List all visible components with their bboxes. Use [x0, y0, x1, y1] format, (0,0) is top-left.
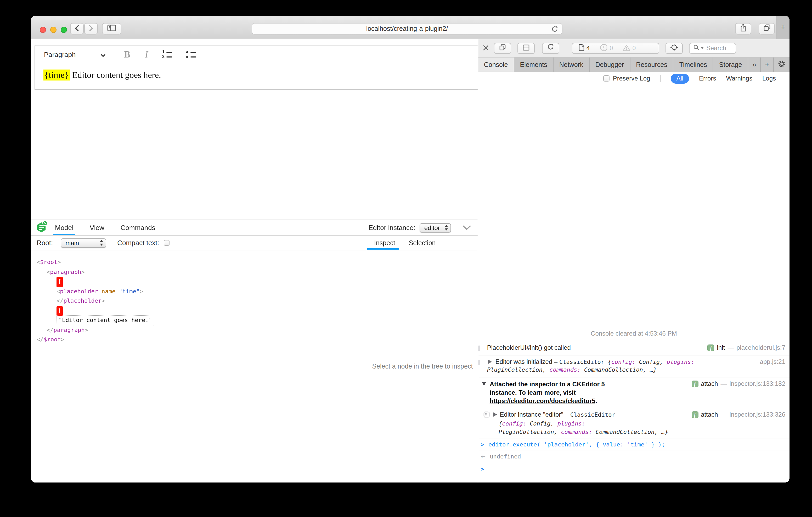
- object-preview: {config: Config, plugins:: [499, 420, 785, 428]
- chevron-down-icon: [100, 51, 106, 59]
- tree-node-root-open[interactable]: <$root>: [31, 258, 367, 267]
- tree-text-node[interactable]: "Editor content goes here.": [31, 316, 367, 326]
- empty-state-message: Select a node in the tree to inspect: [372, 363, 473, 370]
- editor-instance-label: Editor instance:: [369, 224, 415, 232]
- tab-console[interactable]: Console: [478, 58, 514, 71]
- reload-page-button[interactable]: [542, 42, 559, 54]
- gear-icon: [778, 60, 785, 69]
- share-button[interactable]: [735, 23, 751, 34]
- detach-devtools-button[interactable]: [494, 42, 511, 54]
- root-label: Root:: [37, 239, 53, 247]
- sidebar-icon: [107, 24, 116, 33]
- filter-errors[interactable]: Errors: [699, 75, 716, 82]
- sidebar-toggle-button[interactable]: [102, 23, 121, 34]
- disclosure-triangle-icon[interactable]: [493, 412, 497, 416]
- tab-debugger[interactable]: Debugger: [589, 58, 630, 71]
- log-message: PlaceholderUI#init() got called: [487, 344, 571, 351]
- reload-icon[interactable]: [551, 26, 558, 34]
- indent-guide: [39, 268, 39, 335]
- element-picker-button[interactable]: [666, 42, 683, 54]
- editor-instance-select[interactable]: editor: [419, 223, 451, 232]
- tree-selection-marker-end[interactable]: ]: [31, 306, 367, 316]
- dock-bottom-icon: [523, 43, 529, 53]
- select-stepper-icon: [96, 240, 103, 246]
- source-link[interactable]: inspector.js:133:326: [730, 410, 786, 419]
- search-input[interactable]: Search: [689, 42, 736, 54]
- tree-node-placeholder-open[interactable]: <placeholder name="time">: [31, 287, 367, 296]
- prompt-chevron-icon: >: [481, 466, 484, 473]
- address-bar[interactable]: localhost/creating-a-plugin2/: [252, 23, 562, 34]
- tab-inspect[interactable]: Inspect: [367, 236, 400, 250]
- root-select[interactable]: main: [61, 238, 106, 247]
- collapse-inspector-button[interactable]: [463, 224, 471, 232]
- tree-node-paragraph-close[interactable]: </paragraph>: [31, 326, 367, 335]
- source-link[interactable]: placeholderui.js:7: [736, 344, 785, 352]
- back-button[interactable]: [70, 23, 84, 34]
- chevron-down-icon: [463, 224, 471, 232]
- tab-storage[interactable]: Storage: [714, 58, 748, 71]
- tab-timelines[interactable]: Timelines: [674, 58, 714, 71]
- log-message: Attached the inspector to a CKEditor 5 i…: [490, 380, 625, 405]
- console-result-entry[interactable]: ←undefined: [478, 451, 789, 463]
- ckeditor-docs-link[interactable]: https://ckeditor.com/docs/ckeditor5: [490, 397, 596, 404]
- forward-button[interactable]: [84, 23, 98, 34]
- console-entry[interactable]: app.js:21 Editor was initialized – Class…: [478, 355, 789, 377]
- placeholder-token[interactable]: {time}: [44, 69, 70, 81]
- tab-overflow-button[interactable]: »: [748, 58, 761, 71]
- new-tab-button[interactable]: +: [776, 16, 789, 39]
- tab-model[interactable]: Model: [53, 220, 76, 235]
- tree-node-root-close[interactable]: </$root>: [31, 335, 367, 345]
- tab-view[interactable]: View: [88, 220, 107, 235]
- tab-resources[interactable]: Resources: [630, 58, 674, 71]
- issues-summary-button[interactable]: 4 0 0: [572, 42, 659, 54]
- error-icon: [600, 44, 608, 52]
- preserve-log-checkbox[interactable]: [604, 75, 610, 82]
- ckeditor-logo-icon[interactable]: 5: [37, 222, 46, 233]
- console-entry[interactable]: f attach — inspector.js:133:326 Editor i…: [478, 407, 789, 438]
- console-prompt[interactable]: >: [478, 463, 789, 479]
- disclosure-triangle-icon[interactable]: [488, 359, 492, 364]
- dock-bottom-button[interactable]: [517, 42, 535, 54]
- compact-text-label: Compact text:: [117, 239, 159, 247]
- tab-network[interactable]: Network: [554, 58, 590, 71]
- object-preview: PluginCollection, commands: CommandColle…: [487, 366, 785, 374]
- search-placeholder: Search: [706, 44, 726, 52]
- close-window-button[interactable]: [40, 27, 46, 33]
- source-link[interactable]: app.js:21: [760, 358, 785, 366]
- bold-button[interactable]: B: [124, 49, 130, 60]
- editor-content[interactable]: {time} Editor content goes here.: [34, 64, 522, 90]
- log-icon: [478, 345, 480, 351]
- result-text: undefined: [490, 453, 521, 460]
- minimize-window-button[interactable]: [50, 27, 57, 33]
- devtools-settings-button[interactable]: [774, 58, 789, 71]
- tree-selection-marker-start[interactable]: [: [31, 277, 367, 287]
- compact-text-checkbox[interactable]: [164, 240, 170, 246]
- tab-commands[interactable]: Commands: [118, 220, 157, 235]
- class-name: ClassicEditor: [570, 411, 615, 418]
- preserve-log-toggle[interactable]: Preserve Log: [604, 75, 650, 82]
- close-devtools-button[interactable]: [483, 43, 489, 53]
- inspector-header: 5 Model View Commands Editor instance: e…: [31, 220, 478, 236]
- plus-icon: +: [781, 23, 786, 32]
- disclosure-triangle-expanded-icon[interactable]: [482, 382, 486, 386]
- tree-node-paragraph-open[interactable]: <paragraph>: [31, 267, 367, 277]
- filter-all[interactable]: All: [670, 73, 689, 83]
- filter-warnings[interactable]: Warnings: [726, 75, 752, 82]
- italic-button[interactable]: I: [145, 49, 148, 60]
- tree-node-placeholder-close[interactable]: </placeholder>: [31, 296, 367, 306]
- console-command-entry[interactable]: >editor.execute( 'placeholder', { value:…: [478, 438, 789, 451]
- filter-logs[interactable]: Logs: [762, 75, 776, 82]
- zoom-window-button[interactable]: [61, 27, 67, 33]
- command-text: editor.execute( 'placeholder', { value: …: [488, 441, 665, 448]
- log-icon: [484, 411, 490, 420]
- bulleted-list-button[interactable]: [186, 51, 196, 59]
- console-entry[interactable]: f init — placeholderui.js:7 PlaceholderU…: [478, 341, 789, 355]
- source-link[interactable]: inspector.js:133:182: [730, 380, 786, 388]
- tab-elements[interactable]: Elements: [514, 58, 554, 71]
- heading-dropdown[interactable]: Paragraph: [40, 48, 109, 61]
- numbered-list-button[interactable]: 1 2: [162, 51, 172, 59]
- console-entry[interactable]: f attach — inspector.js:133:182 Attached…: [478, 377, 789, 407]
- tab-selection[interactable]: Selection: [404, 236, 441, 250]
- tab-overview-button[interactable]: [759, 23, 775, 34]
- add-tab-button[interactable]: +: [761, 58, 774, 71]
